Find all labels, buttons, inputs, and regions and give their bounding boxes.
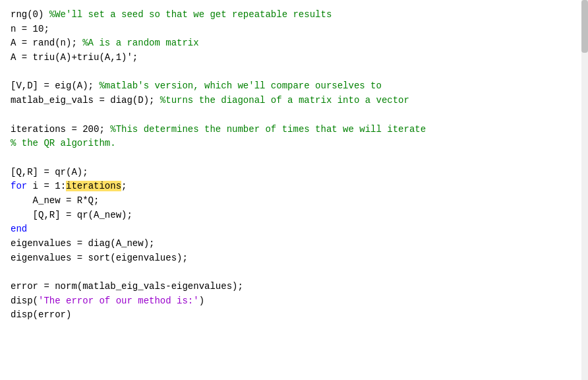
code-line bbox=[11, 108, 577, 123]
code-token: iterations = 200; bbox=[11, 124, 110, 135]
code-line: eigenvalues = diag(A_new); bbox=[11, 237, 577, 251]
code-token: for bbox=[11, 181, 27, 191]
code-line: [V,D] = eig(A); %matlab's version, which… bbox=[11, 79, 577, 94]
code-line bbox=[11, 265, 577, 280]
code-token: %This determines the number of times tha… bbox=[110, 124, 426, 135]
code-token: %turns the diagonal of a matrix into a v… bbox=[160, 95, 409, 106]
code-token: end bbox=[11, 224, 27, 234]
code-line: iterations = 200; %This determines the n… bbox=[11, 123, 577, 137]
code-token: ; bbox=[121, 181, 127, 191]
scrollbar-thumb[interactable] bbox=[581, 0, 588, 53]
code-line: disp('The error of our method is:') bbox=[11, 294, 577, 309]
code-line bbox=[11, 151, 577, 166]
code-line: end bbox=[11, 222, 577, 237]
code-token: %We'll set a seed so that we get repeata… bbox=[49, 9, 332, 20]
code-line: % the QR algorithm. bbox=[11, 137, 577, 151]
code-line: for i = 1:iterations; bbox=[11, 179, 577, 194]
code-token: rng(0) bbox=[11, 9, 49, 20]
code-token: eigenvalues = diag(A_new); bbox=[11, 238, 154, 249]
code-line: n = 10; bbox=[11, 22, 577, 37]
code-line: A_new = R*Q; bbox=[11, 194, 577, 208]
code-token: [V,D] = eig(A); bbox=[11, 80, 99, 91]
code-content: rng(0) %We'll set a seed so that we get … bbox=[11, 8, 577, 323]
code-token: [Q,R] = qr(A_new); bbox=[11, 210, 132, 220]
code-token: iterations bbox=[66, 181, 121, 191]
code-line: matlab_eig_vals = diag(D); %turns the di… bbox=[11, 94, 577, 108]
code-token: ) bbox=[199, 296, 204, 306]
code-line: [Q,R] = qr(A_new); bbox=[11, 208, 577, 223]
code-token: eigenvalues = sort(eigenvalues); bbox=[11, 253, 188, 263]
code-line: rng(0) %We'll set a seed so that we get … bbox=[11, 8, 577, 22]
code-token: disp(error) bbox=[11, 309, 71, 320]
code-token: n = 10; bbox=[11, 24, 49, 34]
code-token: A = triu(A)+triu(A,1)'; bbox=[11, 52, 138, 63]
code-token: error = norm(matlab_eig_vals-eigenvalues… bbox=[11, 281, 243, 292]
scrollbar-track[interactable] bbox=[581, 0, 588, 380]
code-line: disp(error) bbox=[11, 308, 577, 323]
code-token: disp( bbox=[11, 296, 38, 306]
code-token: 'The error of our method is:' bbox=[38, 296, 199, 306]
code-token: % the QR algorithm. bbox=[11, 138, 116, 148]
code-line: [Q,R] = qr(A); bbox=[11, 166, 577, 180]
code-token: %A is a random matrix bbox=[82, 38, 198, 48]
code-token: matlab_eig_vals = diag(D); bbox=[11, 95, 160, 106]
code-token: %matlab's version, which we'll compare o… bbox=[99, 80, 381, 91]
code-editor: rng(0) %We'll set a seed so that we get … bbox=[0, 0, 588, 380]
code-token: i = 1: bbox=[27, 181, 66, 191]
code-line bbox=[11, 65, 577, 80]
code-token: A = rand(n); bbox=[11, 38, 82, 48]
code-line: eigenvalues = sort(eigenvalues); bbox=[11, 251, 577, 266]
code-line: error = norm(matlab_eig_vals-eigenvalues… bbox=[11, 280, 577, 294]
code-line: A = rand(n); %A is a random matrix bbox=[11, 36, 577, 51]
code-line: A = triu(A)+triu(A,1)'; bbox=[11, 51, 577, 65]
code-token: [Q,R] = qr(A); bbox=[11, 167, 88, 177]
code-token: A_new = R*Q; bbox=[11, 195, 99, 206]
